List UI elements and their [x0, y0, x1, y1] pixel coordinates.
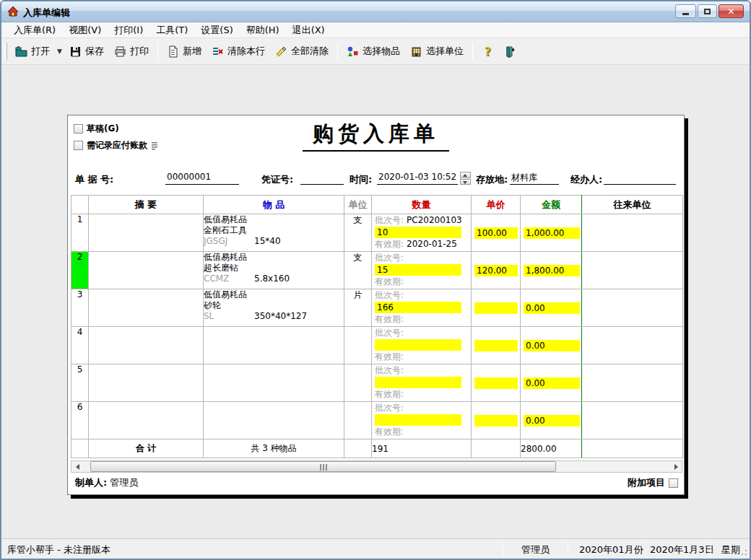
spinner-up-icon[interactable] [460, 172, 471, 178]
close-button[interactable]: ✕ [719, 4, 744, 18]
price-input[interactable] [474, 302, 518, 314]
amount-input[interactable]: 0.00 [524, 377, 580, 389]
row-number[interactable]: 6 [71, 402, 89, 439]
print-button[interactable]: 打印 [109, 41, 154, 61]
amount-input[interactable]: 0.00 [524, 415, 580, 426]
vendor-cell[interactable] [582, 327, 683, 364]
exit-button[interactable] [499, 42, 521, 61]
select-item-label: 选择物品 [363, 45, 400, 58]
location-field[interactable]: 材料库 [510, 172, 559, 185]
scroll-right-icon[interactable] [670, 461, 682, 472]
clear-row-icon [212, 45, 224, 58]
select-unit-button[interactable]: 选择单位 [405, 41, 469, 61]
item-cell[interactable]: 低值易耗品 金刚石工具 JGSGJ15*40 [204, 214, 344, 252]
vendor-cell[interactable] [582, 402, 683, 439]
qty-input[interactable] [375, 377, 461, 388]
unit-cell[interactable] [344, 364, 372, 402]
time-spinner[interactable] [460, 172, 471, 185]
handler-field[interactable] [604, 172, 676, 185]
unit-cell[interactable] [344, 402, 372, 439]
resize-grip[interactable] [739, 548, 748, 557]
summary-cell[interactable] [89, 402, 204, 439]
batch-label: 批次号: [375, 403, 404, 413]
menu-exit[interactable]: 退出(X) [286, 22, 331, 39]
price-input[interactable] [474, 377, 518, 389]
unit-cell[interactable]: 支 [344, 214, 372, 252]
qty-input[interactable]: 166 [375, 302, 461, 313]
restore-button[interactable] [698, 4, 717, 18]
expiry-label: 有效期: [375, 276, 404, 286]
qty-cell: 批次号:PC20200103 10 有效期:2020-01-25 [372, 214, 472, 252]
amount-input[interactable]: 0.00 [524, 302, 580, 314]
item-cell[interactable] [204, 402, 344, 439]
summary-cell[interactable] [89, 214, 204, 252]
price-input[interactable]: 100.00 [474, 227, 518, 239]
voucher-field[interactable] [300, 172, 344, 185]
table-row: 4 批次号: 有效期: 0.00 [71, 327, 683, 364]
amount-input[interactable]: 1,800.00 [524, 265, 580, 276]
item-cell[interactable] [204, 327, 344, 364]
summary-cell[interactable] [89, 289, 204, 327]
toolbar-grip[interactable] [4, 43, 7, 60]
vendor-cell[interactable] [582, 214, 683, 252]
open-dropdown-arrow[interactable]: ▼ [55, 45, 64, 58]
open-button[interactable]: 打开 [10, 41, 55, 61]
row-number[interactable]: 3 [71, 289, 89, 327]
price-input[interactable]: 120.00 [474, 265, 518, 276]
scroll-left-icon[interactable] [71, 461, 83, 472]
scrollbar-thumb[interactable] [90, 461, 556, 472]
row-number[interactable]: 5 [71, 364, 89, 402]
summary-cell[interactable] [89, 327, 204, 364]
horizontal-scrollbar[interactable] [71, 460, 682, 473]
row-number[interactable]: 1 [71, 214, 89, 252]
vendor-cell[interactable] [582, 364, 683, 402]
time-field[interactable]: 2020-01-03 10:52 [377, 172, 458, 185]
qty-input[interactable] [375, 339, 461, 351]
qty-input[interactable]: 15 [375, 264, 461, 276]
price-input[interactable] [474, 415, 518, 426]
item-cell[interactable] [204, 364, 344, 402]
summary-cell[interactable] [89, 252, 204, 289]
item-cell[interactable]: 低值易耗品 砂轮 SL350*40*127 [204, 289, 344, 327]
menu-help[interactable]: 帮助(H) [240, 22, 286, 39]
unit-cell[interactable]: 支 [344, 252, 372, 289]
header-item: 物 品 [204, 196, 344, 214]
row-number[interactable]: 4 [71, 327, 89, 364]
item-cell[interactable]: 低值易耗品 超长磨钻 CCMZ5.8x160 [204, 252, 344, 289]
amount-cell: 0.00 [521, 289, 582, 327]
menu-view[interactable]: 视图(V) [62, 22, 108, 39]
clear-all-button[interactable]: 全部清除 [270, 41, 334, 61]
minimize-button[interactable] [675, 4, 696, 18]
vendor-cell[interactable] [582, 289, 683, 327]
qty-input[interactable] [375, 414, 461, 426]
menu-tools[interactable]: 工具(T) [149, 22, 194, 39]
help-button[interactable]: ? [477, 42, 499, 61]
unit-cell[interactable] [344, 327, 372, 364]
qty-input[interactable]: 10 [375, 227, 461, 238]
select-item-button[interactable]: 选择物品 [342, 41, 405, 61]
price-input[interactable] [474, 340, 518, 351]
select-item-icon [347, 45, 359, 58]
amount-input[interactable]: 0.00 [524, 340, 580, 351]
row-number-selected[interactable]: 2 [71, 252, 89, 289]
doc-no-field[interactable]: 00000001 [165, 172, 239, 185]
clear-row-button[interactable]: 清除本行 [207, 41, 270, 61]
extra-items-checkbox[interactable] [669, 478, 678, 488]
menu-settings[interactable]: 设置(S) [194, 22, 239, 39]
amount-cell: 0.00 [521, 402, 582, 439]
document-title-wrap: 购货入库单 [68, 120, 684, 152]
extra-items-label: 附加项目 [628, 476, 665, 489]
scrollbar-track[interactable] [83, 461, 670, 472]
menu-rukudan[interactable]: 入库单(R) [7, 22, 62, 39]
new-button[interactable]: 新增 [162, 41, 207, 61]
spinner-down-icon[interactable] [460, 179, 471, 185]
amount-input[interactable]: 1,000.00 [524, 227, 580, 239]
menu-print[interactable]: 打印(I) [108, 22, 149, 39]
header-summary: 摘 要 [89, 196, 204, 214]
summary-cell[interactable] [89, 364, 204, 402]
unit-cell[interactable]: 片 [344, 289, 372, 327]
vendor-cell[interactable] [582, 252, 683, 289]
document-panel: 草稿(G) 需记录应付账款 购货入库单 单 据 号: 00000001 凭证号:… [67, 115, 685, 495]
save-button[interactable]: 保存 [64, 41, 109, 61]
price-cell [472, 402, 521, 439]
